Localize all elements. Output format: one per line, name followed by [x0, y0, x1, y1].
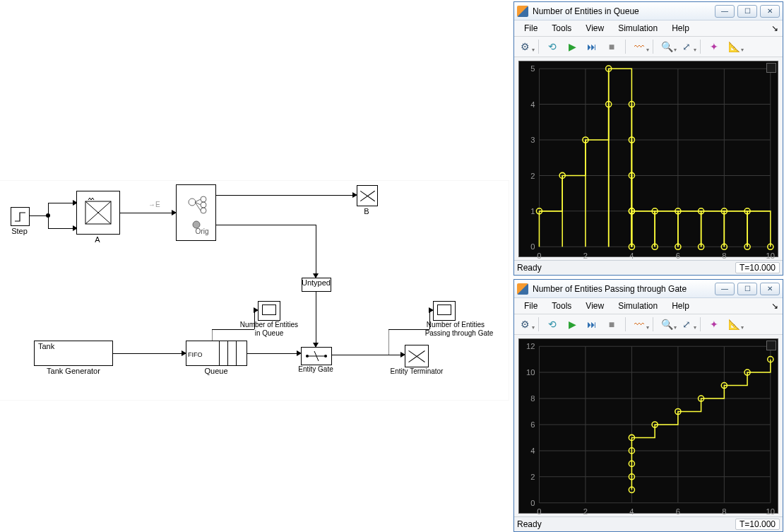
label-fifo: FIFO	[188, 351, 203, 358]
svg-text:0: 0	[537, 252, 541, 260]
svg-text:8: 8	[722, 507, 726, 516]
window-title: Number of Entities Passing through Gate	[533, 284, 711, 294]
label-tank-inner: Tank	[38, 342, 54, 350]
svg-point-5	[201, 202, 206, 208]
gear-icon[interactable]: ⚙	[517, 39, 533, 54]
block-A[interactable]	[76, 191, 120, 235]
signal-icon[interactable]: 〰	[631, 39, 647, 54]
cursor-icon[interactable]: ✦	[706, 39, 722, 54]
svg-text:2: 2	[583, 507, 588, 516]
plot-area: 0246810012345	[518, 61, 778, 257]
block-entity-terminator[interactable]	[405, 345, 429, 367]
menu-help[interactable]: Help	[665, 300, 696, 312]
measure-icon[interactable]: 📐	[726, 317, 742, 332]
svg-line-7	[195, 199, 201, 202]
menu-simulation[interactable]: Simulation	[611, 300, 665, 312]
zoom-icon[interactable]: 🔍	[659, 317, 675, 332]
svg-text:6: 6	[530, 420, 535, 429]
autoscale-icon[interactable]: ⤢	[679, 317, 694, 332]
simulink-canvas[interactable]: Step A →E Orig B	[0, 181, 509, 400]
menu-tools[interactable]: Tools	[545, 300, 578, 312]
label-terminator: Entity Terminator	[385, 367, 449, 375]
titlebar[interactable]: Number of Entities in Queue — ☐ ✕	[514, 2, 783, 20]
cursor-icon[interactable]: ✦	[706, 317, 722, 332]
status-ready: Ready	[517, 519, 542, 529]
block-B[interactable]	[357, 185, 378, 206]
svg-text:8: 8	[722, 252, 726, 260]
menubar[interactable]: File Tools View Simulation Help ↘	[514, 20, 783, 37]
svg-text:2: 2	[583, 252, 588, 260]
menu-tools[interactable]: Tools	[545, 22, 578, 35]
stop-icon[interactable]: ■	[604, 317, 619, 332]
menu-view[interactable]: View	[578, 300, 611, 312]
minimize-button[interactable]: —	[715, 5, 735, 18]
svg-text:10: 10	[526, 368, 535, 377]
step-back-icon[interactable]: ⟲	[545, 39, 560, 54]
svg-text:8: 8	[530, 394, 535, 403]
toolbar[interactable]: ⚙ ⟲ ▶ ⏭ ■ 〰 🔍 ⤢ ✦ 📐	[514, 37, 783, 57]
titlebar[interactable]: Number of Entities Passing through Gate …	[514, 280, 783, 298]
scope-window-queue[interactable]: Number of Entities in Queue — ☐ ✕ File T…	[513, 1, 783, 276]
block-scope-gate[interactable]	[433, 301, 456, 321]
overflow-icon[interactable]: ↘	[770, 23, 780, 33]
app-icon	[517, 283, 528, 295]
menu-view[interactable]: View	[578, 22, 611, 35]
step-back-icon[interactable]: ⟲	[545, 317, 560, 332]
zoom-icon[interactable]: 🔍	[659, 39, 675, 54]
close-button[interactable]: ✕	[760, 283, 780, 295]
label-A: A	[92, 235, 103, 244]
svg-text:5: 5	[530, 64, 535, 73]
svg-text:3: 3	[530, 136, 535, 144]
maximize-button[interactable]: ☐	[737, 5, 757, 18]
label-B: B	[360, 207, 373, 215]
menu-file[interactable]: File	[517, 300, 545, 312]
menu-file[interactable]: File	[517, 22, 545, 35]
svg-text:0: 0	[530, 242, 535, 251]
label-E: →E	[148, 201, 160, 208]
minimize-button[interactable]: —	[715, 283, 735, 295]
close-button[interactable]: ✕	[760, 5, 780, 18]
status-time: T=10.000	[735, 262, 780, 273]
scope-window-gate[interactable]: Number of Entities Passing through Gate …	[513, 279, 783, 532]
overflow-icon[interactable]: ↘	[770, 301, 780, 311]
play-icon[interactable]: ▶	[564, 317, 580, 332]
block-entity-gate[interactable]	[301, 347, 332, 365]
svg-point-4	[201, 196, 206, 202]
svg-text:0: 0	[530, 499, 535, 507]
label-untyped: Untyped	[302, 278, 330, 287]
label-scope-q2: in Queue	[234, 329, 304, 337]
status-ready: Ready	[517, 263, 542, 273]
maximize-button[interactable]: ☐	[737, 283, 757, 295]
label-queue: Queue	[200, 367, 232, 375]
gear-icon[interactable]: ⚙	[517, 317, 533, 332]
svg-text:10: 10	[766, 507, 775, 516]
block-step[interactable]	[11, 207, 30, 226]
menubar[interactable]: File Tools View Simulation Help ↘	[514, 298, 783, 314]
step-fwd-icon[interactable]: ⏭	[584, 317, 600, 332]
plot-area: 0246810024681012	[518, 338, 778, 514]
svg-text:4: 4	[530, 447, 535, 455]
menu-help[interactable]: Help	[665, 22, 696, 35]
label-scope-g1: Number of Entities	[417, 321, 494, 329]
measure-icon[interactable]: 📐	[726, 39, 742, 54]
play-icon[interactable]: ▶	[564, 39, 580, 54]
label-orig: Orig	[192, 227, 212, 235]
expand-icon[interactable]	[766, 341, 776, 350]
svg-point-14	[324, 355, 327, 357]
svg-text:4: 4	[629, 252, 634, 260]
svg-text:4: 4	[530, 100, 535, 109]
app-icon	[517, 6, 528, 17]
block-scope-queue[interactable]	[258, 301, 280, 321]
label-scope-g2: Passing through Gate	[417, 329, 501, 337]
signal-icon[interactable]: 〰	[631, 317, 647, 332]
menu-simulation[interactable]: Simulation	[611, 22, 665, 35]
stop-icon[interactable]: ■	[604, 39, 619, 54]
toolbar[interactable]: ⚙ ⟲ ▶ ⏭ ■ 〰 🔍 ⤢ ✦ 📐	[514, 314, 783, 335]
step-fwd-icon[interactable]: ⏭	[584, 39, 600, 54]
window-title: Number of Entities in Queue	[533, 6, 711, 16]
autoscale-icon[interactable]: ⤢	[679, 39, 694, 54]
svg-text:2: 2	[530, 473, 535, 481]
status-time: T=10.000	[735, 519, 780, 530]
expand-icon[interactable]	[766, 63, 776, 73]
svg-text:6: 6	[676, 507, 680, 516]
